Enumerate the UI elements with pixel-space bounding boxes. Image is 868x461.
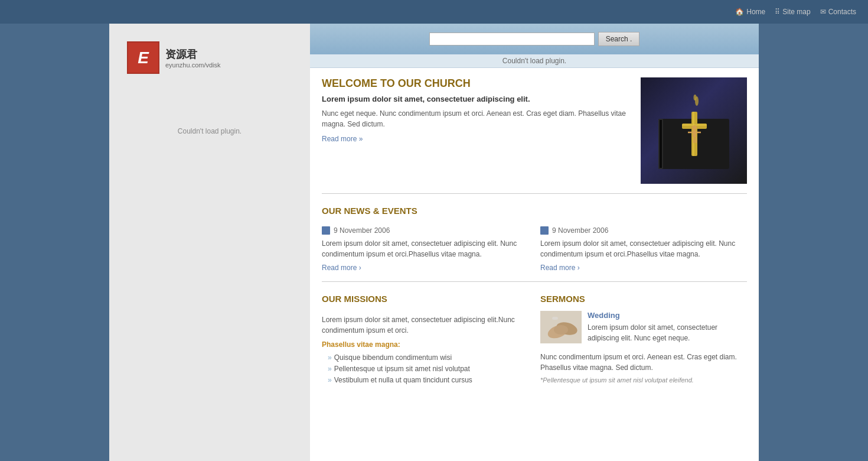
logo-name: 资源君 (165, 47, 221, 61)
news-readmore-2[interactable]: Read more › (540, 264, 580, 272)
svg-rect-2 (660, 120, 662, 168)
search-input[interactable] (429, 33, 595, 46)
missions-title-plain: OUR (322, 294, 344, 304)
svg-point-4 (694, 95, 697, 100)
news-section-title: OUR NEWS & EVENTS (322, 206, 747, 218)
sitemap-label: Site map (782, 8, 810, 16)
news-date-2: 9 November 2006 (540, 226, 747, 235)
calendar-icon-2 (540, 226, 549, 235)
cross-image (652, 83, 735, 178)
sitemap-link[interactable]: ⠿ Site map (775, 8, 810, 16)
contacts-label: Contacts (828, 8, 856, 16)
missions-section: OUR MISSIONS Lorem ipsum dolor sit amet,… (322, 294, 528, 387)
logo-icon: E (127, 41, 159, 74)
contacts-icon: ✉ (820, 8, 826, 16)
svg-rect-12 (693, 137, 695, 143)
logo-url: eyunzhu.com/vdisk (165, 61, 221, 69)
content-area: Welcome to OUR CHURCH Lorem ipsum dolor … (310, 68, 759, 461)
sermon-image-inner (540, 311, 582, 343)
welcome-readmore-link[interactable]: Read more » (322, 135, 363, 143)
missions-title-bold: MISSIONS (344, 294, 387, 304)
sermon-text: Wedding Lorem ipsum dolor sit amet, cons… (588, 311, 747, 347)
logo-text: 资源君 eyunzhu.com/vdisk (165, 47, 221, 69)
sermon-image (540, 311, 582, 343)
welcome-title-plain: Welcome to (322, 77, 398, 89)
news-date-1: 9 November 2006 (322, 226, 528, 235)
sitemap-icon: ⠿ (775, 8, 780, 16)
sermons-section: SERMONS (540, 294, 747, 387)
layout: E 资源君 eyunzhu.com/vdisk Couldn't load pl… (109, 24, 759, 461)
svg-point-9 (692, 125, 697, 130)
svg-rect-10 (693, 130, 696, 137)
missions-list: Quisque bibendum condimentum wisiPellent… (322, 352, 528, 387)
search-button-label: Search (606, 35, 628, 43)
news-columns: 9 November 2006 Lorem ipsum dolor sit am… (322, 226, 747, 272)
welcome-lead: Lorem ipsum dolor sit amet, consectetuer… (322, 95, 631, 103)
svg-point-17 (554, 325, 568, 335)
news-readmore-1[interactable]: Read more › (322, 264, 361, 272)
sermon-item: Wedding Lorem ipsum dolor sit amet, cons… (540, 311, 747, 347)
missions-highlight: Phasellus vitae magna: (322, 340, 528, 349)
sidebar-plugin-placeholder: Couldn't load plugin. (178, 127, 242, 135)
search-dot: . (630, 35, 632, 43)
welcome-image (641, 77, 747, 184)
news-body-2: Lorem ipsum dolor sit amet, consectetuer… (540, 238, 747, 259)
sermon-extended: Nunc condimentum ipsum et orci. Aenean e… (540, 352, 747, 373)
sermon-body: Lorem ipsum dolor sit amet, consectetuer… (588, 322, 747, 343)
search-button[interactable]: Search . (598, 32, 640, 46)
welcome-section: Welcome to OUR CHURCH Lorem ipsum dolor … (322, 77, 747, 194)
news-title-plain: OUR (322, 206, 344, 216)
sermon-heading: Wedding (588, 311, 747, 320)
main-content: Search . Couldn't load plugin. Welcome t… (310, 24, 759, 461)
calendar-icon-1 (322, 226, 330, 235)
svg-rect-13 (696, 137, 697, 143)
bottom-sections: OUR MISSIONS Lorem ipsum dolor sit amet,… (322, 294, 747, 387)
sidebar: E 资源君 eyunzhu.com/vdisk Couldn't load pl… (109, 24, 310, 461)
logo-area: E 资源君 eyunzhu.com/vdisk (115, 30, 304, 80)
hands-svg (540, 311, 582, 343)
logo-letter: E (138, 48, 149, 67)
search-bar: Search . (310, 24, 759, 54)
news-section: OUR NEWS & EVENTS 9 November 2006 Lorem … (322, 206, 747, 282)
welcome-body: Nunc eget neque. Nunc condimentum ipsum … (322, 108, 631, 129)
sermons-title: SERMONS (540, 294, 747, 304)
sidebar-plugin-message: Couldn't load plugin. (178, 127, 242, 135)
list-item: Vestibulum et nulla ut quam tincidunt cu… (328, 375, 528, 386)
sermons-title-text: SERMONS (540, 294, 585, 304)
sermon-footnote: *Pellentesque ut ipsum sit amet nisl vol… (540, 376, 747, 384)
news-title-bold: NEWS & EVENTS (344, 206, 417, 216)
contacts-link[interactable]: ✉ Contacts (820, 8, 856, 16)
home-label: Home (746, 8, 765, 16)
list-item: Quisque bibendum condimentum wisi (328, 352, 528, 363)
welcome-title: Welcome to OUR CHURCH (322, 77, 631, 90)
news-col-1: 9 November 2006 Lorem ipsum dolor sit am… (322, 226, 528, 272)
home-link[interactable]: 🏠 Home (735, 8, 765, 16)
missions-title: OUR MISSIONS (322, 294, 528, 306)
list-item: Pellentesque ut ipsum sit amet nisl volu… (328, 363, 528, 375)
news-col-2: 9 November 2006 Lorem ipsum dolor sit am… (540, 226, 747, 272)
logo: E 资源君 eyunzhu.com/vdisk (127, 41, 304, 74)
plugin-message: Couldn't load plugin. (502, 57, 566, 65)
top-bar: 🏠 Home ⠿ Site map ✉ Contacts (0, 0, 868, 24)
news-date-text-1: 9 November 2006 (334, 226, 390, 235)
missions-body: Lorem ipsum dolor sit amet, consectetuer… (322, 314, 528, 336)
welcome-text: Welcome to OUR CHURCH Lorem ipsum dolor … (322, 77, 631, 184)
news-body-1: Lorem ipsum dolor sit amet, consectetuer… (322, 238, 528, 259)
svg-rect-18 (552, 317, 558, 320)
welcome-title-bold: OUR CHURCH (398, 77, 471, 89)
plugin-placeholder: Couldn't load plugin. (310, 54, 759, 68)
news-date-text-2: 9 November 2006 (552, 226, 608, 235)
home-icon: 🏠 (735, 8, 744, 16)
